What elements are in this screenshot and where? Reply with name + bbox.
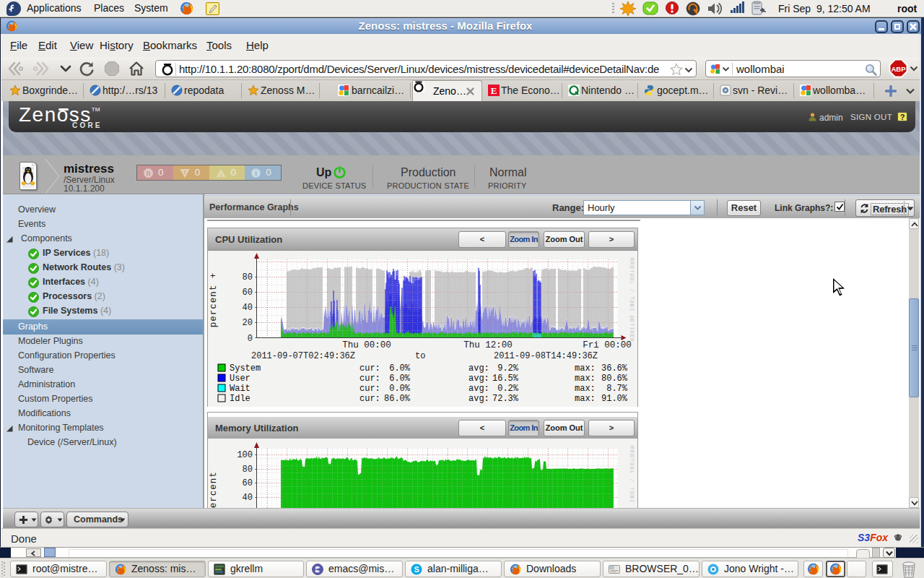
svg-text:20: 20 <box>243 318 253 328</box>
svg-text:Fri 00:00: Fri 00:00 <box>583 340 632 350</box>
svg-text:max:: max: <box>575 374 596 384</box>
svg-text:RRDTOOL / TOBI OETIKER: RRDTOOL / TOBI OETIKER <box>629 258 635 342</box>
svg-text:!: ! <box>183 169 186 176</box>
svg-text:6.0%: 6.0% <box>389 363 411 374</box>
svg-text:!!: !! <box>147 170 151 177</box>
svg-text:cur:: cur: <box>359 384 380 394</box>
svg-text:avg:: avg: <box>468 363 489 374</box>
svg-text:16.5%: 16.5% <box>492 374 519 384</box>
svg-text:cur:: cur: <box>359 394 380 404</box>
svg-text:RRDTOOL / TOBI OET: RRDTOOL / TOBI OET <box>629 446 635 509</box>
svg-text:max:: max: <box>575 384 596 394</box>
svg-text:2011-09-08T14:49:36Z: 2011-09-08T14:49:36Z <box>494 351 598 361</box>
svg-text:i: i <box>255 170 257 177</box>
svg-text:80: 80 <box>243 465 253 475</box>
svg-text:60: 60 <box>243 478 253 488</box>
svg-text:S: S <box>414 565 419 574</box>
svg-text:System: System <box>230 363 261 374</box>
svg-text:percent: percent <box>209 471 219 509</box>
svg-text:avg:: avg: <box>468 384 489 394</box>
svg-text:9.2%: 9.2% <box>497 363 519 374</box>
svg-text:avg:: avg: <box>468 394 489 404</box>
svg-text:max:: max: <box>575 363 596 374</box>
svg-text:72.3%: 72.3% <box>492 394 519 404</box>
svg-text:8.7%: 8.7% <box>606 384 628 394</box>
svg-text:6.0%: 6.0% <box>389 374 411 384</box>
svg-text:80.6%: 80.6% <box>601 374 628 384</box>
svg-text:max:: max: <box>575 394 596 404</box>
svg-text:2011-09-07T02:49:36Z: 2011-09-07T02:49:36Z <box>251 351 355 361</box>
svg-text:User: User <box>230 374 250 384</box>
svg-text:cur:: cur: <box>359 374 380 384</box>
svg-text:Idle: Idle <box>230 394 250 404</box>
svg-text:cur:: cur: <box>359 363 380 374</box>
svg-text:Thu 00:00: Thu 00:00 <box>342 340 391 350</box>
svg-text:ABP: ABP <box>891 65 906 73</box>
svg-text:percent +: percent + <box>209 272 219 328</box>
svg-text:0.2%: 0.2% <box>497 384 519 394</box>
svg-text:86.0%: 86.0% <box>384 394 411 404</box>
svg-text:!: ! <box>219 172 222 178</box>
svg-text:0.0%: 0.0% <box>389 384 411 394</box>
svg-text:80: 80 <box>243 272 253 282</box>
svg-text:100: 100 <box>237 450 253 460</box>
svg-text:E: E <box>491 85 497 96</box>
svg-text:60: 60 <box>243 288 253 298</box>
svg-text:40: 40 <box>243 493 253 503</box>
svg-text:0: 0 <box>248 334 253 344</box>
svg-text:40: 40 <box>243 303 253 313</box>
svg-text:Thu 12:00: Thu 12:00 <box>463 340 513 350</box>
svg-text:36.6%: 36.6% <box>601 363 628 374</box>
svg-text:avg:: avg: <box>468 374 489 384</box>
svg-text:Wait: Wait <box>230 384 250 394</box>
svg-text:91.0%: 91.0% <box>601 394 628 404</box>
svg-text:to: to <box>415 351 425 361</box>
